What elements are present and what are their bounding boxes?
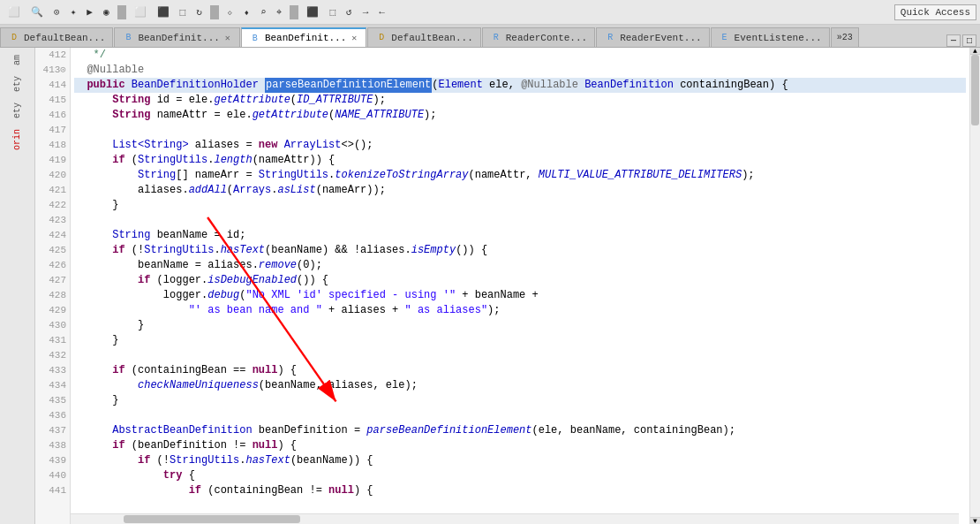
line-num-419: 419 <box>39 153 66 168</box>
code-437: AbstractBeanDefinition beanDefinition = … <box>74 423 735 438</box>
code-line-412: */ <box>74 48 966 63</box>
tab-readerevent[interactable]: R ReaderEvent... <box>596 27 709 47</box>
code-params-414: (Element ele, @Nullable BeanDefinition c… <box>432 78 788 93</box>
code-content[interactable]: */ @Nullable public BeanDefinitionHolder… <box>71 48 969 524</box>
toolbar-icon-4[interactable]: ✦ <box>66 4 81 20</box>
code-kw-416: String <box>74 108 157 123</box>
line-num-431: 431 <box>39 333 66 348</box>
code-line-432 <box>74 348 966 363</box>
tab-close-2[interactable]: ✕ <box>223 33 232 43</box>
sidebar-item-5[interactable] <box>16 157 19 164</box>
code-424: String beanName = id; <box>74 228 245 243</box>
line-num-430: 430 <box>39 318 66 333</box>
code-line-422: } <box>74 198 966 213</box>
toolbar-icon-1[interactable]: ⬜ <box>4 4 25 20</box>
minimize-button[interactable]: ─ <box>946 34 961 47</box>
toolbar-icon-3[interactable]: ⊙ <box>49 4 64 20</box>
code-var-415: id = ele. <box>157 93 215 108</box>
code-421: aliases.addAll(Arrays.asList(nameArr)); <box>74 183 386 198</box>
line-num-426: 426 <box>39 258 66 273</box>
toolbar-separator-2 <box>210 5 219 19</box>
code-line-436 <box>74 408 966 423</box>
sidebar-item-orin[interactable]: orin <box>11 125 24 154</box>
code-kw-public-414: public <box>74 78 132 93</box>
tab-icon-2: B <box>122 32 134 44</box>
code-line-423 <box>74 213 966 228</box>
tab-icon-4: D <box>375 32 388 44</box>
toolbar-icon-6[interactable]: ◉ <box>99 4 114 20</box>
code-line-419: if (StringUtils.length(nameAttr)) { <box>74 153 966 168</box>
vertical-scrollbar[interactable]: ▲ ▼ <box>969 48 980 524</box>
horizontal-scrollbar[interactable] <box>71 513 959 524</box>
toolbar-separator-1 <box>117 5 126 19</box>
code-line-434: checkNameUniqueness(beanName, aliases, e… <box>74 378 966 393</box>
toolbar-icon-17[interactable]: ↺ <box>342 4 357 20</box>
toolbar-icon-5[interactable]: ▶ <box>82 4 97 20</box>
tab-label-1: DefaultBean... <box>24 33 105 43</box>
line-numbers: 412 413⊙ 414 415 416 417 418 419 420 421… <box>35 48 71 524</box>
code-428: logger.debug("No XML 'id' specified - us… <box>74 288 539 303</box>
code-line-414[interactable]: public BeanDefinitionHolder parseBeanDef… <box>74 78 966 93</box>
code-line-427: if (logger.isDebugEnabled()) { <box>74 273 966 288</box>
toolbar-icon-15[interactable]: ⬛ <box>302 4 323 20</box>
scroll-down-button[interactable]: ▼ <box>970 517 980 524</box>
tab-defaultbean-1[interactable]: D DefaultBean... <box>0 27 113 47</box>
toolbar-icon-18[interactable]: → <box>358 4 373 20</box>
toolbar-icon-13[interactable]: ⌕ <box>256 4 271 20</box>
line-num-441: 441 <box>39 483 66 498</box>
toolbar-icon-14[interactable]: ⌖ <box>272 4 286 20</box>
tab-beandefinit-1[interactable]: B BeanDefinit... ✕ <box>114 27 239 47</box>
tab-eventlistene[interactable]: E EventListene... <box>711 27 830 47</box>
code-line-421: aliases.addAll(Arrays.asList(nameArr)); <box>74 183 966 198</box>
tab-icon-3: B <box>249 32 261 44</box>
line-num-413: 413⊙ <box>39 63 66 78</box>
code-line-415: String id = ele.getAttribute(ID_ATTRIBUT… <box>74 93 966 108</box>
scroll-up-button[interactable]: ▲ <box>970 48 980 55</box>
line-num-428: 428 <box>39 288 66 303</box>
sidebar-item-am[interactable]: am <box>11 51 24 69</box>
toolbar-icon-11[interactable]: ⬦ <box>222 4 237 20</box>
code-433: if (containingBean == null) { <box>74 363 297 378</box>
tab-icon-5: R <box>490 32 502 44</box>
toolbar: ⬜ 🔍 ⊙ ✦ ▶ ◉ ⬜ ⬛ ⬚ ↻ ⬦ ⬧ ⌕ ⌖ ⬛ ⬚ ↺ → ← Qu… <box>0 0 980 25</box>
line-num-422: 422 <box>39 198 66 213</box>
code-kw-415: String <box>74 93 157 108</box>
code-line-428: logger.debug("No XML 'id' specified - us… <box>74 288 966 303</box>
code-420: String[] nameArr = StringUtils.tokenizeT… <box>74 168 755 183</box>
horizontal-scrollbar-thumb[interactable] <box>124 515 300 523</box>
tab-defaultbean-2[interactable]: D DefaultBean... <box>367 27 480 47</box>
toolbar-icon-2[interactable]: 🔍 <box>26 4 48 20</box>
tab-beandefinit-2[interactable]: B BeanDefinit... ✕ <box>241 27 366 47</box>
line-num-416: 416 <box>39 108 66 123</box>
line-num-417: 417 <box>39 123 66 138</box>
toolbar-icon-12[interactable]: ⬧ <box>239 4 254 20</box>
line-num-437: 437 <box>39 423 66 438</box>
code-line-418: List<String> aliases = new ArrayList<>()… <box>74 138 966 153</box>
vertical-scrollbar-thumb[interactable] <box>971 55 979 125</box>
sidebar-item-ety1[interactable]: ety <box>11 72 24 95</box>
toolbar-icon-8[interactable]: ⬛ <box>153 4 174 20</box>
line-num-425: 425 <box>39 243 66 258</box>
tab-overflow[interactable]: » 23 <box>831 27 859 47</box>
line-num-421: 421 <box>39 183 66 198</box>
code-type-414: BeanDefinitionHolder <box>132 78 265 93</box>
sidebar-item-ety2[interactable]: ety <box>11 99 24 122</box>
toolbar-icon-16[interactable]: ⬚ <box>325 4 340 20</box>
toolbar-icon-7[interactable]: ⬜ <box>130 4 151 20</box>
code-427: if (logger.isDebugEnabled()) { <box>74 273 328 288</box>
toolbar-icon-9[interactable]: ⬚ <box>176 4 191 20</box>
line-num-414: 414 <box>39 78 66 93</box>
tab-close-3[interactable]: ✕ <box>350 33 358 43</box>
code-line-424: String beanName = id; <box>74 228 966 243</box>
code-var-416: nameAttr = ele. <box>157 108 253 123</box>
code-line-440: try { <box>74 468 966 483</box>
line-num-420: 420 <box>39 168 66 183</box>
quick-access-button[interactable]: Quick Access <box>894 4 976 20</box>
code-line-439: if (!StringUtils.hasText(beanName)) { <box>74 453 966 468</box>
maximize-button[interactable]: □ <box>962 34 976 47</box>
toolbar-icon-10[interactable]: ↻ <box>192 4 207 20</box>
tab-readerconte[interactable]: R ReaderConte... <box>482 27 595 47</box>
toolbar-icon-19[interactable]: ← <box>374 4 389 20</box>
code-line-417 <box>74 123 966 138</box>
code-435: } <box>74 393 118 408</box>
